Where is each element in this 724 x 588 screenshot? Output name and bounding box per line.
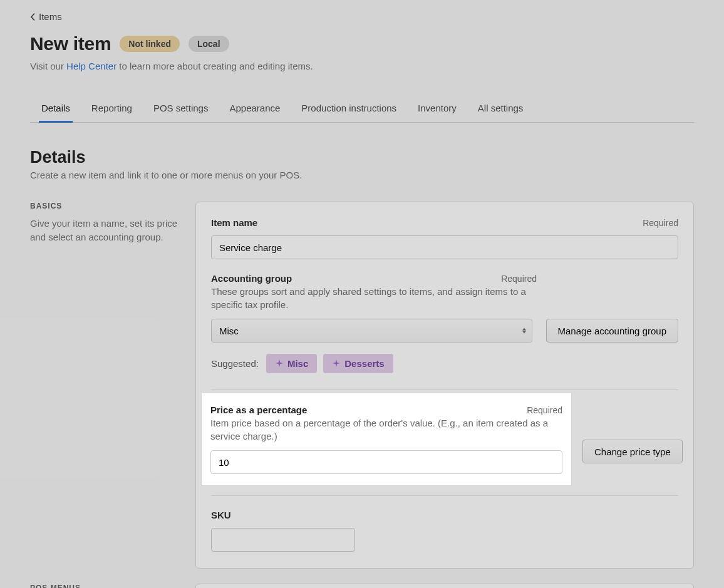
pos-notice-card: Item not linked to any POS menus	[195, 584, 694, 588]
accounting-group-label: Accounting group	[211, 273, 292, 284]
section-title: Details	[30, 148, 694, 167]
item-name-input[interactable]	[211, 235, 678, 259]
accounting-group-desc: These groups sort and apply shared setti…	[211, 285, 549, 311]
accounting-group-select[interactable]: Misc	[211, 319, 532, 343]
pos-menus-heading: POS MENUS	[30, 584, 180, 588]
breadcrumb-label: Items	[39, 11, 62, 22]
tab-pos-settings[interactable]: POS settings	[151, 98, 211, 122]
change-price-type-button[interactable]: Change price type	[582, 440, 683, 463]
section-sub: Create a new item and link it to one or …	[30, 170, 694, 180]
price-required: Required	[527, 405, 562, 415]
accounting-group-required: Required	[501, 274, 537, 284]
sparkle-icon	[275, 359, 284, 368]
tabs: Details Reporting POS settings Appearanc…	[30, 98, 694, 123]
tab-production-instructions[interactable]: Production instructions	[299, 98, 399, 122]
basics-heading: BASICS	[30, 202, 180, 210]
price-label: Price as a percentage	[210, 405, 307, 415]
help-center-link[interactable]: Help Center	[66, 61, 116, 71]
basics-desc: Give your item a name, set its price and…	[30, 217, 180, 244]
price-highlight-block: Price as a percentage Required Item pric…	[202, 393, 571, 485]
price-percentage-input[interactable]	[210, 450, 562, 474]
manage-accounting-group-button[interactable]: Manage accounting group	[546, 319, 678, 343]
not-linked-badge: Not linked	[120, 36, 180, 52]
sparkle-icon	[332, 359, 341, 368]
divider	[211, 495, 678, 496]
item-name-label: Item name	[211, 217, 257, 228]
header-subtext: Visit our Help Center to learn more abou…	[30, 61, 694, 71]
suggested-chip-desserts[interactable]: Desserts	[323, 354, 393, 373]
tab-details[interactable]: Details	[39, 98, 73, 122]
chevron-left-icon	[30, 13, 35, 21]
tab-all-settings[interactable]: All settings	[475, 98, 526, 122]
local-badge: Local	[189, 36, 229, 52]
breadcrumb-back[interactable]: Items	[30, 11, 62, 22]
page-title: New item	[30, 33, 111, 54]
sku-input[interactable]	[211, 528, 355, 552]
item-name-required: Required	[643, 218, 678, 228]
sku-label: SKU	[211, 510, 678, 520]
basics-card: Item name Required Accounting group Requ…	[195, 202, 694, 569]
tab-reporting[interactable]: Reporting	[89, 98, 135, 122]
price-desc: Item price based on a percentage of the …	[210, 416, 549, 443]
suggested-chip-misc[interactable]: Misc	[266, 354, 317, 373]
tab-appearance[interactable]: Appearance	[227, 98, 282, 122]
divider	[211, 389, 678, 390]
suggested-label: Suggested:	[211, 358, 259, 369]
tab-inventory[interactable]: Inventory	[415, 98, 459, 122]
